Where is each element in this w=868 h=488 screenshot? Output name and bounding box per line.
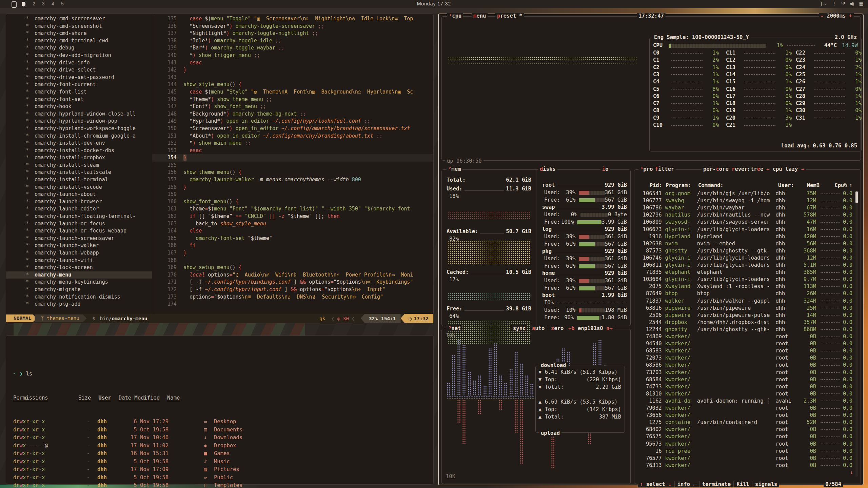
tree-item[interactable]: *omarchy-install-vscode <box>6 184 152 191</box>
network-icon[interactable]: Ψ <box>841 1 845 6</box>
process-row[interactable]: 106809swayosd-/usr/bin/swayosd-serverdhh… <box>637 219 852 226</box>
cpu-tab[interactable]: ¹cpu <box>447 13 463 19</box>
tree-item[interactable]: *omarchy-install-docker-dbs <box>6 147 152 155</box>
net-subtab-sync[interactable]: sync <box>511 325 527 331</box>
tree-item[interactable]: *omarchy-debug <box>6 44 152 52</box>
process-row[interactable]: 102638nvimnvim --embeddhh56M0.0 <box>637 240 852 247</box>
process-row[interactable]: 95673kworker/root0B0.0 <box>637 441 852 448</box>
volume-icon[interactable]: ◀) <box>849 1 854 6</box>
tree-item[interactable]: *omarchy-lock-screen <box>6 264 152 271</box>
proc-scroll-thumb[interactable] <box>855 191 858 203</box>
process-row[interactable]: 71835elephantelephantdhh385M0.0 <box>637 269 852 276</box>
process-row[interactable]: 73656kworker/root0B0.0 <box>637 412 852 419</box>
process-row[interactable]: 74869kworker/root0B0.0 <box>637 333 852 340</box>
bluetooth-icon[interactable]: ᛒ <box>833 1 836 6</box>
tree-item[interactable]: *omarchy-install-terminal <box>6 176 152 184</box>
tree-item[interactable]: *omarchy-migrate <box>6 286 152 293</box>
preset-tab[interactable]: preset * <box>495 13 524 19</box>
process-row[interactable]: 76577kworker/root0B0.0 <box>637 455 852 462</box>
ls-row[interactable]: drwxr-xr-x-dhh16 Nov 15:31■Games <box>13 450 430 458</box>
net-tab[interactable]: ³net <box>447 325 462 331</box>
process-row[interactable]: 2544dropbox/home/dhh/.dropbox-distdhh357… <box>637 319 852 326</box>
tree-item[interactable]: *omarchy-launch-browser <box>6 198 152 206</box>
process-row[interactable]: 63816pipewire/usr/bin/pipewiredhh25M0.0 <box>637 305 852 312</box>
tree-item[interactable]: *omarchy-menu <box>6 271 152 279</box>
process-row[interactable]: 12244ghostty/usr/bin/ghostty --gtk-dhh86… <box>637 326 852 333</box>
tree-item[interactable]: *omarchy-install-tailscale <box>6 169 152 176</box>
process-row[interactable]: 87573ghostty/usr/bin/ghostty --gtk-dhh36… <box>637 247 852 255</box>
tree-item[interactable]: *omarchy-drive-select <box>6 66 152 74</box>
process-row[interactable]: 1916HyprlandHyprlanddhh420M0.0 <box>637 233 852 240</box>
tree-item[interactable]: *omarchy-hyprland-window-close-all <box>6 110 152 118</box>
process-row[interactable]: 2506pipewire/usr/bin/pipewire-pulsedhh14… <box>637 312 852 319</box>
tree-item[interactable]: *omarchy-launch-screensaver <box>6 235 152 242</box>
process-row[interactable]: 1275containe/usr/bin/containerdroot52M0.… <box>637 419 852 426</box>
process-row[interactable]: 72073kworker/root0B0.0 <box>637 354 852 362</box>
mem-tab[interactable]: ²mem <box>447 166 462 172</box>
tree-item[interactable]: *omarchy-launch-or-focus <box>6 220 152 228</box>
tree-item[interactable]: *omarchy-launch-wifi <box>6 257 152 264</box>
logout-icon[interactable]: [→ <box>821 1 827 6</box>
process-row[interactable]: 68586kworker/root0B0.0 <box>637 362 852 369</box>
footer-key-info[interactable]: info ↵ <box>677 481 696 487</box>
footer-key-Kill[interactable]: Kill <box>736 481 749 487</box>
tree-item[interactable]: *omarchy-launch-floating-terminal- <box>6 213 152 220</box>
diagnostics-badge[interactable]: ◎ 30 <box>337 316 349 321</box>
ls-row[interactable]: drwxr-xr-x-dhh17 Nov 17:09▨Pictures <box>13 466 430 474</box>
ls-row[interactable]: drwxr-xr-x-dhh 5 Oct 19:58▯Templates <box>13 482 430 488</box>
tree-item[interactable]: *omarchy-font-list <box>6 88 152 96</box>
tree-item[interactable]: *omarchy-menu-keybindings <box>6 279 152 286</box>
menu-tab[interactable]: menu <box>472 13 488 19</box>
process-row[interactable]: 1162avahi-daavahi-daemon: running [avahi… <box>637 398 852 405</box>
ls-row[interactable]: drwx------@-dhh17 Nov 11:02◈Dropbox <box>13 442 430 450</box>
tree-item[interactable]: *omarchy-dev-add-migration <box>6 52 152 59</box>
tree-item[interactable]: *omarchy-launch-about <box>6 191 152 198</box>
process-row[interactable]: 103684glycin-i/usr/lib/glycin-loadersdhh… <box>637 276 852 283</box>
tree-item[interactable]: *omarchy-hyprland-workspace-toggle <box>6 125 152 133</box>
io-tab[interactable]: io <box>600 166 610 172</box>
process-row[interactable]: 73703kworker/root0B0.0 <box>637 369 852 376</box>
footer-key-terminate[interactable]: terminate <box>702 481 731 487</box>
tree-item[interactable]: *omarchy-pkg-add <box>6 301 152 308</box>
process-row[interactable]: 68584kworker/root0B0.0 <box>637 376 852 383</box>
cpu-icon[interactable]: ▦ <box>859 1 863 6</box>
footer-key-signals[interactable]: signals <box>755 481 777 487</box>
tree-item[interactable]: *omarchy-launch-webapp <box>6 249 152 257</box>
update-interval[interactable]: - 2000ms + <box>819 13 854 19</box>
process-row[interactable]: 2075XwaylandXwayland :1 -rootless -dhh11… <box>637 283 852 290</box>
ls-row[interactable]: drwxr-xr-x-dhh 5 Oct 19:58≣Documents <box>13 426 430 434</box>
net-subtab-auto[interactable]: auto <box>530 325 546 331</box>
tree-item[interactable]: *omarchy-hook <box>6 103 152 110</box>
process-row[interactable]: 68583kworker/root0B0.0 <box>637 347 852 354</box>
net-interface[interactable]: ←b enp191s0 n→ <box>567 325 614 331</box>
process-row[interactable]: 106673glycin-i/usr/lib/glycin-loadersdhh… <box>637 226 852 233</box>
tree-item[interactable]: *omarchy-install-chromium-google-a <box>6 133 152 140</box>
process-row[interactable]: 71837walker/usr/bin/walker --gappldhh324… <box>637 298 852 305</box>
tree-item[interactable]: *omarchy-launch-walker <box>6 242 152 249</box>
process-row[interactable]: 76313kworker/root0B0.0 <box>637 462 852 469</box>
ls-row[interactable]: drwxr-xr-x-dhh17 Nov 10:46↓Downloads <box>13 434 430 442</box>
tree-item[interactable]: *omarchy-cmd-screenshot <box>6 23 152 30</box>
process-row[interactable]: 87649btopbtopdhh26M0.0 <box>637 290 852 297</box>
proc-subtab-tree[interactable]: tree <box>749 166 765 172</box>
ls-row[interactable]: drwxr-xr-x-dhh 5 Oct 19:58♪Music <box>13 458 430 466</box>
process-row[interactable]: 106777swaybg/usr/bin/swaybg -i /homdhh12… <box>637 197 852 204</box>
tree-item[interactable]: *omarchy-cmd-share <box>6 30 152 37</box>
process-row[interactable]: 102796nautilus/usr/bin/nautilus --newdhh… <box>637 211 852 219</box>
tree-item[interactable]: *omarchy-launch-editor <box>6 205 152 213</box>
process-row[interactable]: 106811glycin-i/usr/lib/glycin-loadersdhh… <box>637 262 852 269</box>
process-row[interactable]: 68402kworker/root0B0.0 <box>637 426 852 433</box>
proc-sort-nav[interactable]: ← cpu lazy → <box>765 166 806 172</box>
tree-item[interactable]: *omarchy-cmd-screensaver <box>6 15 152 23</box>
process-row[interactable]: 74733kworker/root0B0.0 <box>637 383 852 390</box>
tree-item[interactable]: *omarchy-drive-info <box>6 59 152 67</box>
tree-item[interactable]: *omarchy-install-dropbox <box>6 154 152 162</box>
proc-subtab-per-core[interactable]: per-core <box>702 166 730 172</box>
footer-key-select[interactable]: ↑ select ↓ <box>640 481 671 487</box>
process-row[interactable]: 76575kworker/root0B0.0 <box>637 433 852 440</box>
ls-row[interactable]: drwxr-xr-x-dhh 5 Oct 19:58▱Public <box>13 474 430 482</box>
terminal-scrollback[interactable]: ~ ❯ ls PermissionsSizeUserDate ModifiedN… <box>13 354 430 482</box>
process-row[interactable]: 79032kworker/root0B0.0 <box>637 405 852 412</box>
tree-item[interactable]: *omarchy-launch-or-focus-webapp <box>6 227 152 235</box>
disks-tab[interactable]: disks <box>538 166 557 172</box>
